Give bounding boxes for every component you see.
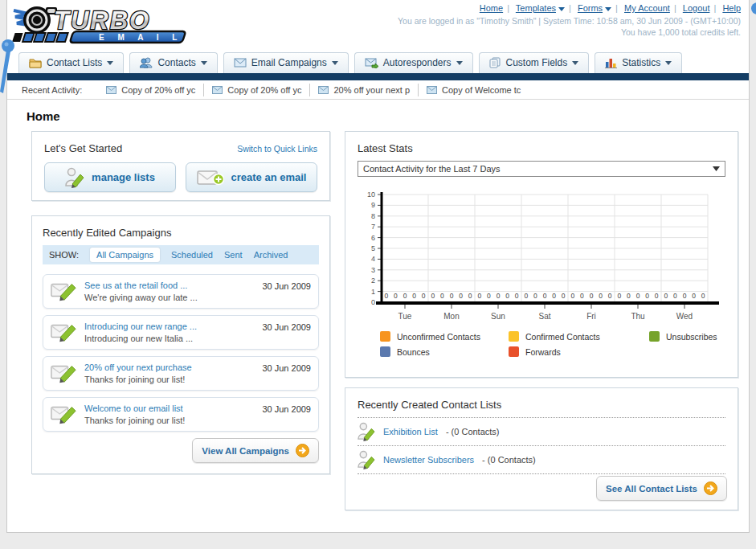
envelope-plus-icon (197, 168, 224, 187)
manage-lists-button[interactable]: manage lists (44, 162, 176, 192)
chart-legend: Unconfirmed Contacts Confirmed Contacts … (380, 331, 725, 357)
svg-text:0: 0 (431, 292, 435, 300)
get-started-title: Let's Get Started (44, 142, 122, 154)
legend-label: Forwards (525, 347, 561, 357)
envelope-icon (106, 86, 116, 94)
envelope-icon (318, 86, 329, 94)
svg-text:0: 0 (422, 292, 426, 300)
campaign-row[interactable]: See us at the retail food ... We're givi… (43, 274, 319, 309)
view-all-campaigns-button[interactable]: View All Campaigns (192, 438, 319, 463)
chevron-down-icon (713, 166, 720, 171)
chevron-down-icon (605, 7, 611, 11)
svg-text:0: 0 (655, 292, 659, 300)
svg-text:0: 0 (515, 292, 519, 300)
contact-list-name-link[interactable]: Exhibition List (383, 427, 438, 436)
campaign-row[interactable]: Introducing our new range ... Introducin… (43, 315, 319, 350)
create-an-email-button[interactable]: create an email (186, 162, 317, 192)
legend-item: Unconfirmed Contacts (380, 331, 509, 342)
legend-swatch-confirmed (509, 331, 519, 342)
svg-text:0: 0 (570, 292, 574, 300)
campaign-row[interactable]: Welcome to our email list Thanks for joi… (43, 397, 319, 432)
contact-list-row[interactable]: Newsletter Subscribers - (0 Contacts) (358, 446, 725, 474)
recent-activity-bar: Recent Activity: Copy of 20% off yc Copy… (7, 80, 749, 100)
recent-activity-item[interactable]: Copy of 20% off yc (98, 84, 204, 96)
person-pencil-icon (65, 167, 84, 188)
svg-text:0: 0 (683, 292, 687, 300)
chevron-down-icon (107, 61, 113, 65)
see-all-contact-lists-button[interactable]: See All Contact Lists (596, 476, 727, 501)
svg-text:0: 0 (477, 292, 481, 300)
tab-label: Contacts (157, 57, 195, 68)
campaign-subtitle: Thanks for joining our list! (84, 415, 185, 427)
envelope-pencil-icon (51, 280, 76, 301)
svg-text:8: 8 (371, 212, 375, 220)
legend-label: Bounces (397, 347, 430, 357)
nav-link-my-account[interactable]: My Account (624, 3, 670, 13)
tab-contacts[interactable]: Contacts (129, 52, 217, 73)
tab-custom-fields[interactable]: Custom Fields (479, 52, 590, 73)
stats-dropdown[interactable]: Contact Activity for the Last 7 Days (358, 161, 725, 177)
tab-label: Contact Lists (47, 57, 102, 68)
envelope-icon (212, 86, 223, 94)
switch-to-quick-links-link[interactable]: Switch to Quick Links (237, 144, 317, 154)
filter-scheduled[interactable]: Scheduled (171, 250, 213, 260)
svg-text:Wed: Wed (676, 312, 693, 321)
svg-text:0: 0 (459, 292, 463, 300)
nav-link-templates[interactable]: Templates (516, 3, 556, 13)
campaign-subtitle: We're giving away our late ... (84, 292, 198, 304)
recent-activity-item[interactable]: Copy of 20% off yc (204, 84, 310, 96)
bar-chart: 01234567891000000Tue00000Mon00000Sun0000… (358, 188, 721, 325)
campaign-title-link[interactable]: See us at the retail food ... (84, 280, 198, 292)
contact-list-row[interactable]: Exhibition List - (0 Contacts) (358, 418, 725, 446)
arrow-right-icon (704, 481, 717, 495)
turbo-icon (23, 6, 57, 34)
activity-item-label: Copy of Welcome tc (442, 85, 521, 95)
svg-text:4: 4 (371, 255, 375, 263)
legend-item: Forwards (509, 346, 649, 357)
recent-campaigns-panel: Recently Edited Campaigns SHOW: All Camp… (31, 215, 330, 474)
recent-campaigns-title: Recently Edited Campaigns (43, 227, 319, 239)
custom-fields-icon (489, 57, 501, 68)
svg-text:0: 0 (636, 292, 640, 300)
campaign-row[interactable]: 20% off your next purchase Thanks for jo… (43, 356, 319, 391)
tab-email-campaigns[interactable]: Email Campaigns (223, 52, 349, 73)
svg-text:0: 0 (371, 298, 375, 306)
nav-link-home[interactable]: Home (480, 3, 503, 13)
legend-swatch-forwards (509, 346, 519, 357)
legend-label: Unconfirmed Contacts (397, 332, 480, 342)
autoresponder-icon (365, 58, 378, 68)
turbo-email-logo: TURBO E M A I L (10, 2, 203, 51)
campaign-subtitle: Thanks for joining our list! (84, 374, 192, 386)
nav-link-logout[interactable]: Logout (683, 3, 710, 13)
tab-statistics[interactable]: Statistics (595, 52, 682, 73)
statistics-icon (605, 57, 617, 68)
filter-archived[interactable]: Archived (254, 250, 288, 260)
svg-text:Thu: Thu (631, 312, 644, 321)
arrow-right-icon (296, 444, 309, 457)
campaign-title-link[interactable]: 20% off your next purchase (84, 362, 192, 374)
svg-text:7: 7 (371, 223, 375, 231)
svg-text:0: 0 (543, 292, 547, 300)
logo-text-secondary: E M A I L (99, 33, 182, 42)
svg-text:0: 0 (590, 292, 594, 300)
recent-activity-item[interactable]: 20% off your next p (310, 84, 419, 96)
campaign-title-link[interactable]: Introducing our new range ... (84, 321, 197, 333)
tab-autoresponders[interactable]: Autoresponders (354, 52, 473, 73)
campaign-date: 30 Jun 2009 (262, 403, 311, 414)
campaign-date: 30 Jun 2009 (262, 362, 311, 373)
tab-contact-lists[interactable]: Contact Lists (18, 52, 124, 73)
chevron-down-icon (572, 61, 578, 65)
contact-list-name-link[interactable]: Newsletter Subscribers (383, 455, 474, 465)
svg-text:0: 0 (645, 292, 649, 300)
nav-link-forms[interactable]: Forms (578, 3, 603, 13)
chevron-down-icon (558, 7, 565, 11)
person-pencil-icon (358, 450, 375, 469)
recent-activity-item[interactable]: Copy of Welcome tc (419, 84, 529, 96)
svg-text:0: 0 (440, 292, 444, 300)
campaign-title-link[interactable]: Welcome to our email list (84, 403, 185, 415)
filter-sent[interactable]: Sent (224, 250, 243, 260)
contact-lists-title: Recently Created Contact Lists (358, 399, 725, 411)
filter-all-campaigns[interactable]: All Campaigns (90, 248, 160, 262)
nav-link-help[interactable]: Help (722, 3, 741, 13)
svg-text:0: 0 (497, 292, 501, 300)
